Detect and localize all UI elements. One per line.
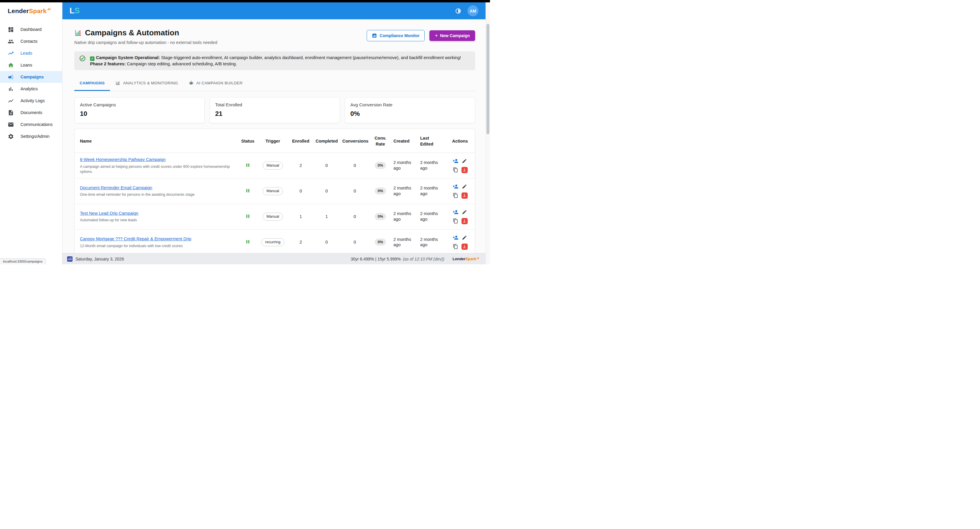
status-cell — [238, 178, 257, 204]
megaphone-icon — [8, 74, 14, 80]
pause-status-button[interactable] — [244, 187, 251, 194]
edit-campaign-button[interactable] — [461, 208, 468, 216]
last-edited-cell: 2 months ago — [418, 153, 445, 178]
compliance-chart-icon — [372, 33, 377, 38]
tab-ai-campaign-builder[interactable]: AI CAMPAIGN BUILDER — [183, 76, 248, 91]
conv-rate-cell: 0% — [370, 204, 391, 229]
logo-lender: Lender — [8, 8, 29, 14]
new-campaign-button[interactable]: + New Campaign — [430, 30, 475, 41]
column-header-status: Status — [238, 129, 257, 153]
brightness-icon — [455, 8, 461, 14]
compliance-monitor-button[interactable]: Compliance Monitor — [367, 30, 425, 41]
download-archive-icon — [462, 193, 466, 197]
check-emoji-icon: ✓ — [90, 56, 94, 61]
pause-status-button[interactable] — [244, 162, 251, 169]
campaign-name-link[interactable]: Test New Lead Drip Campaign — [80, 211, 138, 216]
pencil-icon — [462, 235, 467, 240]
stat-card-active-campaigns: Active Campaigns 10 — [74, 97, 205, 123]
duplicate-campaign-button[interactable] — [452, 166, 459, 173]
pause-status-button[interactable] — [244, 213, 251, 220]
edit-campaign-button[interactable] — [461, 183, 468, 190]
edit-campaign-button[interactable] — [461, 157, 468, 165]
app-logo: LenderSpark.ai — [0, 2, 62, 19]
sidebar-item-label: Dashboard — [21, 27, 41, 32]
enroll-person-button[interactable] — [452, 183, 459, 190]
chart-emoji-icon — [74, 29, 82, 37]
table-row: Test New Lead Drip Campaign Automated fo… — [75, 204, 475, 229]
trigger-chip: Manual — [262, 162, 283, 170]
duplicate-campaign-button[interactable] — [452, 192, 459, 199]
table-row: 6-Week Homeownership Pathway Campaign A … — [75, 153, 475, 178]
enroll-person-button[interactable] — [452, 234, 459, 241]
campaign-rows: 6-Week Homeownership Pathway Campaign A … — [75, 153, 475, 253]
header-actions: Compliance Monitor + New Campaign — [367, 30, 475, 41]
user-avatar[interactable]: AM — [468, 5, 479, 16]
sidebar-item-campaigns[interactable]: Campaigns — [0, 71, 62, 83]
campaign-name-cell: Document Reminder Email Campaign One-tim… — [75, 178, 238, 204]
sidebar-item-contacts[interactable]: Contacts — [0, 35, 62, 47]
duplicate-campaign-button[interactable] — [452, 218, 459, 224]
dark-mode-toggle-button[interactable] — [455, 8, 461, 14]
campaign-name-link[interactable]: Document Reminder Email Campaign — [80, 185, 152, 190]
trigger-chip: Manual — [262, 187, 283, 195]
sidebar-item-documents[interactable]: Documents — [0, 106, 62, 119]
sidebar-item-settings-admin[interactable]: Settings/Admin — [0, 130, 62, 142]
enroll-person-button[interactable] — [452, 157, 459, 165]
campaign-name-link[interactable]: 6-Week Homeownership Pathway Campaign — [80, 157, 165, 162]
status-footer: Saturday, January 3, 2026 30yr 6.499% | … — [62, 253, 485, 264]
sidebar-item-label: Analytics — [21, 86, 38, 91]
line-chart-icon — [8, 98, 14, 104]
sidebar-item-label: Contacts — [21, 39, 37, 44]
sidebar-item-loans[interactable]: Loans — [0, 59, 62, 71]
sidebar-item-analytics[interactable]: Analytics — [0, 83, 62, 95]
stat-card-avg-conversion-rate: Avg Conversion Rate 0% — [345, 97, 475, 123]
pause-icon — [245, 213, 251, 219]
row-actions — [447, 183, 473, 200]
row-actions — [447, 234, 473, 251]
sidebar-item-leads[interactable]: Leads — [0, 47, 62, 59]
campaign-name-link[interactable]: Canopy Mortgage ??? Credit Repair & Empo… — [80, 237, 191, 241]
campaign-description: One-time email reminder for persons in t… — [80, 192, 236, 197]
sidebar-item-activity-logs[interactable]: Activity Logs — [0, 95, 62, 106]
page-scrollbar-thumb[interactable] — [487, 24, 489, 134]
banner-text: ✓Campaign System Operational: Stage-trig… — [90, 55, 470, 67]
actions-cell — [445, 178, 475, 204]
archive-campaign-button[interactable] — [461, 218, 468, 224]
pause-icon — [245, 188, 251, 194]
sidebar-nav: Dashboard Contacts Leads Loans Campaigns… — [0, 19, 62, 142]
completed-count: 0 — [313, 229, 340, 253]
banner-bold-phase2: Phase 2 features: — [90, 62, 126, 66]
last-edited-cell: 2 months ago — [418, 229, 445, 253]
column-header-conversions: Conversions — [340, 129, 370, 153]
archive-campaign-button[interactable] — [461, 243, 468, 250]
ls-logo-s: S — [75, 6, 80, 15]
enrolled-count: 2 — [288, 229, 313, 253]
sidebar-item-dashboard[interactable]: Dashboard — [0, 24, 62, 35]
robot-icon — [189, 81, 194, 86]
enroll-person-button[interactable] — [452, 208, 459, 216]
edit-campaign-button[interactable] — [461, 234, 468, 241]
sidebar-item-label: Campaigns — [21, 75, 44, 79]
footer-left: Saturday, January 3, 2026 — [67, 256, 124, 262]
pause-icon — [245, 162, 251, 168]
sidebar-item-label: Leads — [21, 51, 32, 56]
actions-cell — [445, 204, 475, 229]
conversions-count: 0 — [340, 204, 370, 229]
column-header-last-edited: Last Edited — [418, 129, 445, 153]
page-scrollbar-track[interactable] — [485, 2, 490, 264]
duplicate-campaign-button[interactable] — [452, 243, 459, 250]
column-header-completed: Completed — [313, 129, 340, 153]
tab-campaigns[interactable]: CAMPAIGNS — [74, 76, 110, 91]
person-add-icon — [453, 184, 458, 189]
archive-campaign-button[interactable] — [461, 192, 468, 199]
tab-analytics-monitoring[interactable]: ANALYTICS & MONITORING — [110, 76, 183, 91]
conversions-count: 0 — [340, 229, 370, 253]
table-header-row: Name Status Trigger Enrolled Completed C… — [75, 129, 475, 153]
appbar-right: AM — [455, 5, 479, 16]
column-header-trigger: Trigger — [257, 129, 288, 153]
archive-campaign-button[interactable] — [461, 167, 468, 173]
pause-status-button[interactable] — [244, 238, 251, 245]
enrolled-count: 2 — [288, 153, 313, 178]
sidebar-item-communications[interactable]: Communications — [0, 119, 62, 130]
rates-as-of: (as of 12:10 PM (dev)) — [403, 257, 444, 261]
